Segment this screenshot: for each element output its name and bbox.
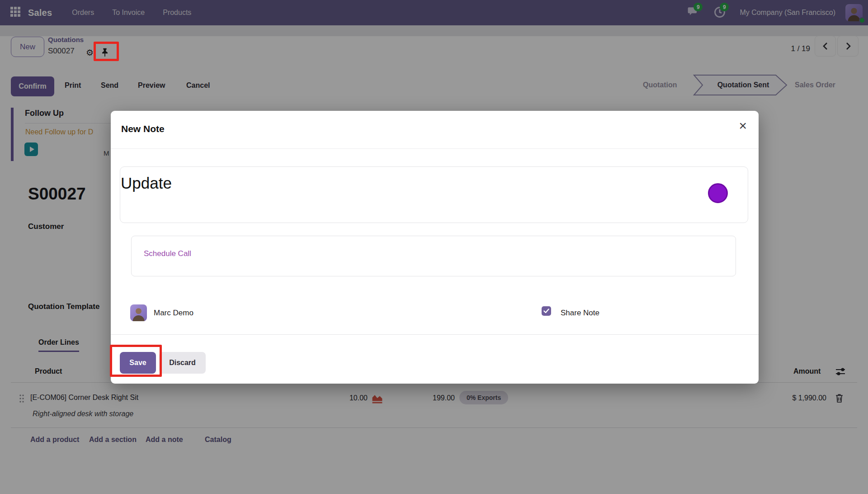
dialog-footer-divider	[111, 334, 759, 335]
close-icon[interactable]: ×	[739, 119, 747, 133]
share-note-label[interactable]: Share Note	[561, 309, 599, 318]
dialog-title: New Note	[121, 124, 165, 134]
note-author[interactable]: Marc Demo	[154, 309, 193, 318]
note-color-picker[interactable]	[708, 183, 728, 203]
share-note-checkbox[interactable]	[542, 306, 551, 316]
note-content-box[interactable]: Schedule Call	[131, 236, 736, 276]
discard-button[interactable]: Discard	[159, 352, 206, 374]
note-title-input[interactable]: Update	[121, 174, 172, 192]
author-avatar	[130, 304, 147, 321]
annotation-rectangle-save	[110, 345, 162, 377]
note-content-text[interactable]: Schedule Call	[144, 249, 191, 258]
new-note-dialog: New Note × Update Schedule Call Marc Dem…	[111, 111, 759, 384]
dialog-header-divider	[111, 148, 759, 149]
annotation-rectangle-pin	[94, 42, 119, 61]
note-title-card[interactable]	[120, 166, 748, 223]
